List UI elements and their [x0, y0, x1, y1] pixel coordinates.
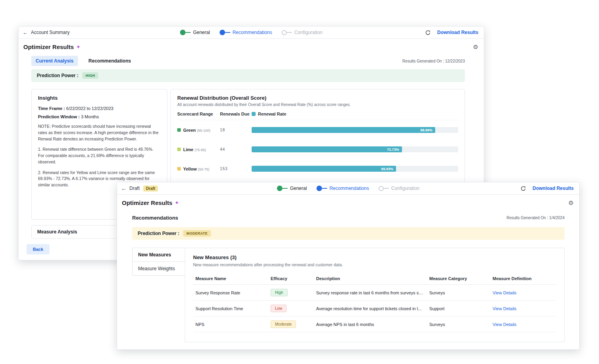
settings-gear-icon[interactable]: ⚙: [569, 200, 574, 206]
step-connector: [186, 32, 191, 33]
step-general[interactable]: General: [180, 30, 210, 35]
measure-description: Average resolution time for support tick…: [314, 301, 427, 317]
title-row: Optimizer Results ✦ ⚙: [117, 195, 579, 206]
header-actions: Download Results: [520, 186, 574, 191]
renewal-rate-bar: 69.93%: [252, 166, 458, 172]
measure-description: Survey response rate in last 6 months fr…: [314, 285, 427, 301]
tab-current-analysis[interactable]: Current Analysis: [31, 56, 78, 66]
back-arrow-icon: ←: [121, 186, 127, 191]
step-dot-icon: [317, 186, 322, 191]
back-arrow-icon: ←: [23, 30, 28, 35]
header-actions: Download Results: [425, 30, 478, 36]
table-row: Survey Response Rate High Survey respons…: [193, 285, 556, 301]
renewals-due-value: 153: [220, 167, 252, 171]
results-generated-on: Results Generated On : 1/4/2024: [506, 216, 565, 220]
wizard-stepper: General Recommendations Configuration: [180, 30, 322, 35]
sparkle-icon: ✦: [76, 44, 81, 50]
legend-swatch-icon: [252, 112, 256, 116]
panel-subtitle: New measure recommendations after proces…: [193, 262, 556, 267]
measure-description: Average NPS in last 6 months: [314, 317, 427, 332]
recommendations-body: New Measures Measure Weights New Measure…: [132, 248, 565, 342]
refresh-icon[interactable]: [520, 186, 526, 191]
time-frame: Time Frame : 6/22/2022 to 12/22/2023: [38, 106, 161, 111]
step-connector: [384, 188, 389, 189]
chart-row-yellow: Yellow (50-75) 153 69.93%: [177, 159, 458, 178]
renewals-due-value: 18: [220, 128, 252, 132]
back-link-account-summary[interactable]: ← Account Summary: [23, 30, 70, 35]
step-connector: [225, 32, 230, 33]
table-row: NPS Moderate Average NPS in last 6 month…: [193, 317, 556, 332]
step-general[interactable]: General: [277, 186, 307, 191]
step-dot-icon: [220, 30, 225, 35]
step-connector: [322, 188, 327, 189]
measure-category: Surveys: [427, 285, 490, 301]
measure-name: Survey Response Rate: [193, 285, 268, 301]
measure-category: Surveys: [427, 317, 490, 332]
legend-renewal-rate: Renewal Rate: [252, 112, 286, 116]
insights-point-1: 1. Renewal rate difference between Green…: [38, 146, 161, 165]
score-color-swatch: [177, 128, 181, 132]
back-button[interactable]: Back: [27, 244, 49, 254]
chart-header-row: Scorecard Range Renewals Due Renewal Rat…: [177, 107, 458, 120]
step-label: General: [290, 186, 307, 191]
view-details-link[interactable]: View Details: [493, 290, 516, 295]
tab-recommendations[interactable]: Recommendations: [84, 56, 135, 66]
prediction-power-badge: MODERATE: [183, 230, 210, 237]
efficacy-badge: High: [271, 289, 288, 296]
side-tab-new-measures[interactable]: New Measures: [132, 248, 185, 262]
col-scorecard-range: Scorecard Range: [177, 112, 220, 116]
step-configuration[interactable]: Configuration: [379, 186, 419, 191]
prediction-power-banner: Prediction Power : MODERATE: [132, 227, 565, 240]
step-label: Recommendations: [233, 30, 272, 35]
view-details-link[interactable]: View Details: [493, 306, 516, 311]
side-tab-list: New Measures Measure Weights: [132, 248, 185, 276]
step-dot-icon: [379, 186, 384, 191]
renewal-rate-bar: 88.89%: [252, 127, 458, 133]
measure-name: NPS: [193, 317, 268, 332]
step-recommendations[interactable]: Recommendations: [220, 30, 272, 35]
step-configuration[interactable]: Configuration: [282, 30, 322, 35]
window-header: ← Draft Draft General Recommendations Co…: [117, 182, 579, 195]
col-measure-name: Measure Name: [193, 273, 268, 285]
analysis-tabs: Current Analysis Recommendations Results…: [31, 56, 465, 66]
prediction-power-label: Prediction Power :: [138, 231, 179, 236]
side-tab-measure-weights[interactable]: Measure Weights: [132, 262, 185, 276]
section-title: Recommendations: [132, 215, 178, 221]
window-draft: ← Draft Draft General Recommendations Co…: [117, 182, 580, 350]
insights-note: NOTE: Predictive scorecards should have …: [38, 123, 161, 142]
prediction-window: Prediction Window : 3 Months: [38, 114, 161, 119]
download-results-link[interactable]: Download Results: [437, 30, 478, 35]
bar-value-label: 72.73%: [387, 148, 399, 152]
score-color-swatch: [177, 148, 181, 151]
chart-subtitle: All account renewals distributed by thei…: [177, 102, 458, 107]
wizard-stepper: General Recommendations Configuration: [277, 186, 419, 191]
step-label: Configuration: [294, 30, 322, 35]
table-header-row: Measure Name Efficacy Description Measur…: [193, 273, 556, 285]
back-link-draft[interactable]: ← Draft Draft: [121, 186, 158, 191]
download-results-link[interactable]: Download Results: [533, 186, 574, 191]
panel-title: New Measures (3): [193, 254, 556, 260]
new-measures-table: Measure Name Efficacy Description Measur…: [193, 273, 556, 332]
col-description: Description: [314, 273, 427, 285]
page-title: Optimizer Results: [122, 199, 172, 206]
step-label: General: [193, 30, 210, 35]
bar-value-label: 69.93%: [381, 167, 394, 171]
settings-gear-icon[interactable]: ⚙: [473, 44, 478, 50]
step-connector: [287, 32, 292, 33]
prediction-power-banner: Prediction Power : HIGH: [31, 69, 465, 82]
chart-row-lime: Lime (75-85) 44 72.73%: [177, 140, 458, 159]
step-connector: [282, 188, 288, 189]
step-label: Configuration: [391, 186, 419, 191]
refresh-icon[interactable]: [425, 30, 431, 36]
step-label: Recommendations: [330, 186, 369, 191]
step-recommendations[interactable]: Recommendations: [317, 186, 369, 191]
prediction-power-badge: HIGH: [82, 72, 98, 79]
page-title: Optimizer Results: [23, 44, 74, 50]
insights-title: Insights: [38, 95, 161, 101]
new-measures-panel: New Measures (3) New measure recommendat…: [185, 248, 565, 342]
bar-value-label: 88.89%: [420, 128, 432, 132]
view-details-link[interactable]: View Details: [493, 322, 516, 327]
efficacy-badge: Low: [271, 305, 286, 312]
renewals-due-value: 44: [220, 147, 252, 152]
window-header: ← Account Summary General Recommendation…: [19, 27, 484, 39]
